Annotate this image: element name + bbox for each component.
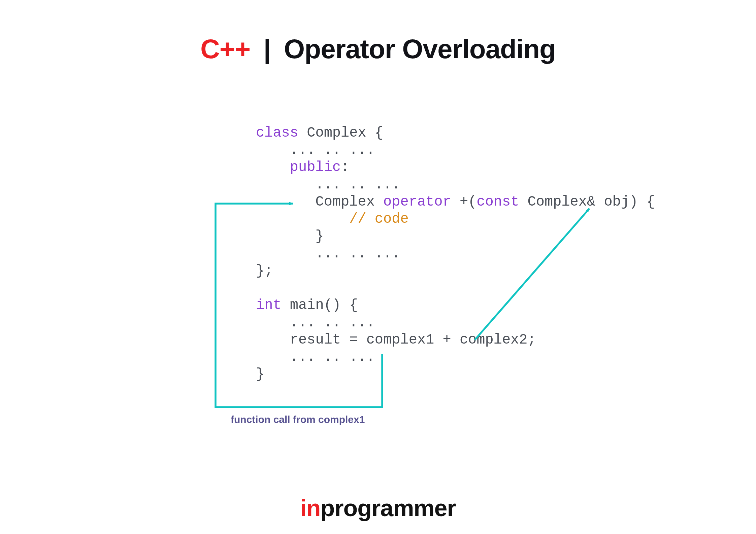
footer-rest: programmer (320, 495, 456, 521)
code-line: // code (256, 211, 655, 228)
code-token: : (341, 159, 349, 175)
footer-logo: inprogrammer (0, 495, 756, 522)
code-line: Complex operator +(const Complex& obj) { (256, 193, 655, 211)
code-token (256, 211, 349, 227)
code-token: result = complex1 + complex2; (256, 332, 536, 348)
code-token: } (256, 228, 324, 244)
code-line: ... .. ... (256, 245, 655, 262)
code-line: ... .. ... (256, 314, 655, 331)
code-token: operator (383, 194, 451, 210)
title-main: Operator Overloading (284, 34, 556, 64)
code-token: int (256, 297, 282, 313)
code-token: ... .. ... (256, 315, 375, 331)
footer-prefix: in (300, 495, 320, 521)
code-line: class Complex { (256, 124, 655, 142)
code-token: class (256, 125, 298, 141)
code-token: }; (256, 263, 273, 279)
code-line: }; (256, 262, 655, 280)
code-token (256, 159, 290, 175)
code-token: public (290, 159, 341, 175)
code-line: ... .. ... (256, 142, 655, 159)
code-token: main() { (282, 297, 358, 313)
code-snippet: class Complex { ... .. ... public: ... .… (256, 124, 655, 383)
code-line: } (256, 228, 655, 245)
code-line: result = complex1 + complex2; (256, 331, 655, 349)
code-token: // code (349, 211, 408, 227)
code-line (256, 280, 655, 297)
code-line: ... .. ... (256, 349, 655, 366)
code-token: ... .. ... (256, 349, 375, 365)
code-token: } (256, 366, 264, 382)
title-separator: | (263, 34, 270, 64)
page-title: C++ | Operator Overloading (0, 34, 756, 65)
code-token: +( (451, 194, 477, 210)
code-token: Complex { (298, 125, 383, 141)
code-line: } (256, 366, 655, 383)
code-token: Complex& obj) { (519, 194, 655, 210)
code-token: ... .. ... (256, 246, 400, 262)
code-token (256, 280, 264, 296)
annotation-caption: function call from complex1 (231, 414, 365, 425)
title-prefix: C++ (200, 34, 250, 64)
code-line: int main() { (256, 297, 655, 314)
code-line: public: (256, 159, 655, 176)
code-line: ... .. ... (256, 176, 655, 193)
code-token: ... .. ... (256, 142, 375, 158)
code-token: Complex (256, 194, 383, 210)
code-token: const (476, 194, 519, 210)
code-token: ... .. ... (256, 177, 400, 193)
